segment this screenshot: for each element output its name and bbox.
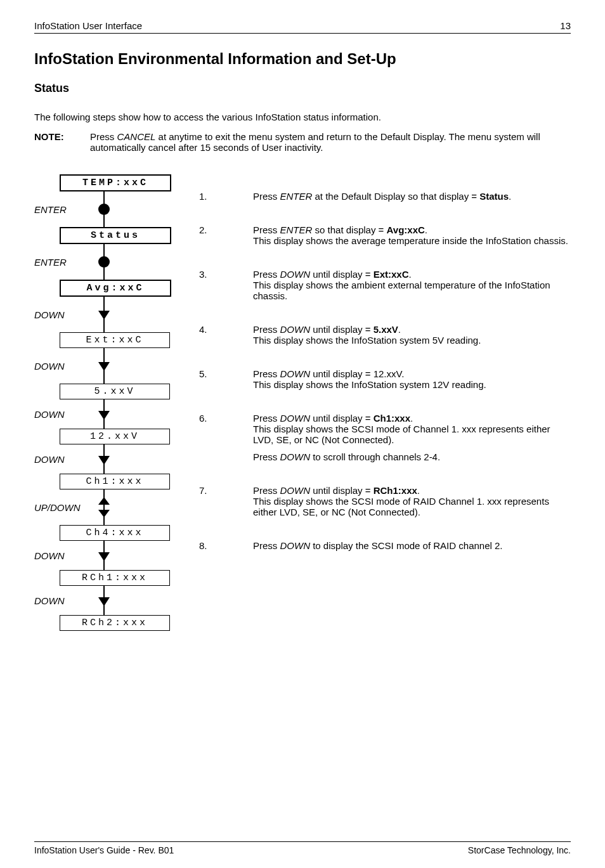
key-label-enter: ENTER [34,257,85,268]
display-box: RCh1:xxx [60,570,170,586]
display-box: Avg:xxC [60,280,171,297]
svg-marker-14 [98,456,110,465]
header-left: InfoStation User Interface [34,20,142,31]
enter-dot-icon [85,191,123,227]
key-label-down: DOWN [34,409,85,420]
step-1: 1. Press ENTER at the Default Display so… [199,191,571,208]
display-box: TEMP:xxC [60,174,171,191]
step-body: Press DOWN until display = 12.xxV.This d… [253,368,571,396]
svg-point-1 [98,204,110,215]
svg-marker-5 [98,311,110,320]
flow-diagram: TEMP:xxC ENTER Status ENTER Avg:xxC DOWN [34,172,180,631]
step-body: Press DOWN until display = Ext:xxC.This … [253,269,571,308]
note-label: NOTE: [34,131,90,153]
display-box: Ext:xxC [60,332,170,348]
note-text: Press CANCEL at anytime to exit the menu… [90,131,571,153]
step-8: 8. Press DOWN to display the SCSI mode o… [199,540,571,557]
key-label-updown: UP/DOWN [34,502,85,513]
footer-left: InfoStation User's Guide - Rev. B01 [34,845,174,855]
display-box: 12.xxV [60,429,170,444]
running-footer: InfoStation User's Guide - Rev. B01 Stor… [34,841,571,855]
footer-right: StorCase Technology, Inc. [468,845,571,855]
step-number: 5. [199,368,253,396]
down-arrow-icon [85,399,123,429]
svg-point-3 [98,256,110,268]
display-box: Ch1:xxx [60,474,170,489]
step-body: Press DOWN until display = 5.xxV.This di… [253,324,571,352]
step-body: Press ENTER so that display = Avg:xxC.Th… [253,224,571,252]
display-box: 5.xxV [60,384,170,399]
step-5: 5. Press DOWN until display = 12.xxV.Thi… [199,368,571,396]
display-box: RCh2:xxx [60,615,170,631]
step-body: Press DOWN to display the SCSI mode of R… [253,540,571,557]
step-number: 8. [199,540,253,557]
down-arrow-icon [85,586,123,615]
step-body: Press ENTER at the Default Display so th… [253,191,571,208]
down-arrow-icon [85,297,123,332]
intro-paragraph: The following steps show how to access t… [34,112,571,122]
key-label-down: DOWN [34,595,85,606]
svg-marker-17 [98,497,110,505]
down-arrow-icon [85,444,123,474]
step-2: 2. Press ENTER so that display = Avg:xxC… [199,224,571,252]
key-label-down: DOWN [34,361,85,372]
header-page-number: 13 [560,20,571,31]
step-number: 1. [199,191,253,208]
step-number: 4. [199,324,253,352]
step-4: 4. Press DOWN until display = 5.xxV.This… [199,324,571,352]
steps-list: 1. Press ENTER at the Default Display so… [180,172,571,557]
step-number: 7. [199,485,253,524]
running-header: InfoStation User Interface 13 [34,20,571,34]
step-number: 6. [199,413,253,469]
svg-marker-18 [98,510,110,517]
display-box: Status [60,227,171,244]
svg-marker-11 [98,411,110,420]
svg-marker-8 [98,362,110,371]
step-number: 2. [199,224,253,252]
down-arrow-icon [85,348,123,384]
step-7: 7. Press DOWN until display = RCh1:xxx.T… [199,485,571,524]
key-label-down: DOWN [34,309,85,320]
step-number: 3. [199,269,253,308]
step-3: 3. Press DOWN until display = Ext:xxC.Th… [199,269,571,308]
updown-arrow-icon [85,489,123,525]
section-title: Status [34,82,571,95]
step-body: Press DOWN until display = Ch1:xxx.This … [253,413,571,469]
enter-dot-icon [85,244,123,280]
display-box: Ch4:xxx [60,525,170,541]
svg-marker-20 [98,552,110,561]
down-arrow-icon [85,541,123,570]
key-label-down: DOWN [34,454,85,465]
note: NOTE: Press CANCEL at anytime to exit th… [34,131,571,153]
svg-marker-23 [98,597,110,606]
key-label-down: DOWN [34,550,85,561]
page-title: InfoStation Environmental Information an… [34,50,571,68]
step-6: 6. Press DOWN until display = Ch1:xxx.Th… [199,413,571,469]
step-body: Press DOWN until display = RCh1:xxx.This… [253,485,571,524]
key-label-enter: ENTER [34,204,85,215]
